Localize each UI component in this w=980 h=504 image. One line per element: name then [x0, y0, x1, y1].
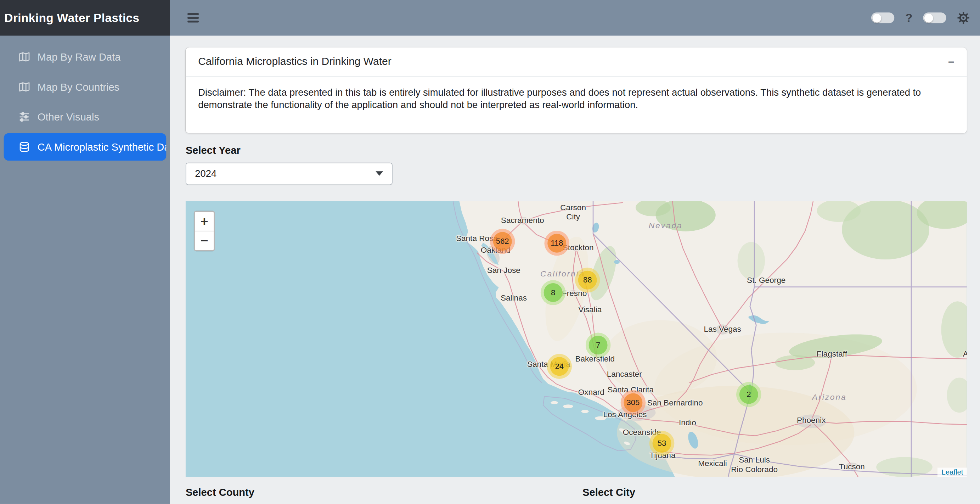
sidebar-item-label: CA Microplastic Synthetic Data — [38, 141, 166, 153]
map-icon — [18, 50, 31, 64]
map-city-label: Indio — [679, 418, 696, 427]
collapse-button[interactable]: − — [948, 57, 955, 67]
info-card: California Microplastics in Drinking Wat… — [186, 48, 967, 133]
zoom-out-button[interactable]: − — [195, 231, 214, 250]
map-city-label: Sacramento — [501, 215, 544, 225]
cluster-marker[interactable]: 562 — [490, 229, 515, 254]
map-city-label: Salinas — [501, 293, 527, 302]
sidebar-item-label: Other Visuals — [38, 111, 99, 123]
year-select-value: 2024 — [195, 168, 216, 179]
sidebar-item-label: Map By Raw Data — [38, 51, 121, 63]
sidebar-menu: Map By Raw Data Map By Countries Other V… — [0, 43, 170, 161]
cluster-marker[interactable]: 7 — [585, 332, 611, 357]
topbar: ? — [170, 0, 980, 36]
map-region-label: Arizona — [812, 392, 847, 402]
map-city-label: Oxnard — [578, 388, 605, 397]
map-city-label: Carson City — [560, 203, 586, 221]
sidebar-item-ca-microplastic-synthetic-data[interactable]: CA Microplastic Synthetic Data — [4, 133, 167, 161]
chevron-down-icon — [375, 172, 383, 176]
sidebar-item-other-visuals[interactable]: Other Visuals — [4, 103, 167, 131]
leaflet-link[interactable]: Leaflet — [941, 468, 963, 476]
main-content: California Microplastics in Drinking Wat… — [170, 36, 980, 504]
cluster-marker[interactable]: 2 — [736, 382, 761, 407]
map-city-label: Visalia — [578, 305, 601, 314]
bottom-selects: Select County Select City — [186, 486, 980, 498]
toggle-knob — [873, 13, 881, 22]
year-select[interactable]: 2024 — [186, 162, 393, 185]
cluster-marker[interactable]: 53 — [649, 431, 675, 456]
map-city-label: Tucson — [839, 461, 865, 471]
map-city-label: San Jose — [487, 265, 520, 275]
toggle-knob — [924, 13, 933, 22]
sidebar: Drinking Water Plastics Map By Raw Data … — [0, 0, 170, 504]
map-city-label: San Bernardino — [648, 398, 703, 408]
app-title: Drinking Water Plastics — [0, 0, 170, 36]
select-city-label: Select City — [582, 486, 963, 498]
map-city-label: Las Vegas — [704, 324, 741, 333]
cluster-marker[interactable]: 305 — [621, 390, 646, 415]
map-zoom-control: + − — [194, 211, 215, 251]
map[interactable]: Carson CitySacramentoNevadaSanta RosaOak… — [186, 201, 967, 477]
disclaimer-text: Disclaimer: The data presented in this t… — [186, 77, 967, 133]
cluster-marker[interactable]: 88 — [575, 268, 600, 293]
select-county-label: Select County — [186, 486, 566, 498]
toggle-switch-2[interactable] — [923, 13, 946, 23]
app-root: Drinking Water Plastics Map By Raw Data … — [0, 0, 980, 504]
menu-icon[interactable] — [186, 11, 200, 25]
database-icon — [18, 140, 31, 154]
sidebar-item-map-by-countries[interactable]: Map By Countries — [4, 73, 167, 100]
sliders-icon — [18, 110, 31, 124]
sidebar-item-label: Map By Countries — [38, 81, 119, 93]
cluster-marker[interactable]: 118 — [544, 231, 570, 256]
map-attribution: Leaflet — [938, 467, 967, 477]
map-city-label: Phoenix — [797, 415, 826, 425]
select-year-label: Select Year — [186, 144, 980, 156]
help-icon[interactable]: ? — [905, 11, 912, 25]
map-city-label: St. George — [747, 275, 786, 285]
zoom-in-button[interactable]: + — [195, 212, 214, 231]
map-region-label: Nevada — [649, 221, 683, 230]
sidebar-item-map-by-raw-data[interactable]: Map By Raw Data — [4, 43, 167, 71]
map-city-label: Flagstaff — [817, 349, 847, 359]
map-city-label: San Luis Rio Colorado — [731, 455, 778, 474]
map-icon — [18, 80, 31, 94]
cluster-marker[interactable]: 8 — [541, 280, 566, 305]
card-title: California Microplastics in Drinking Wat… — [198, 56, 391, 68]
toggle-switch-1[interactable] — [872, 13, 895, 23]
map-city-label: Lancaster — [607, 369, 642, 378]
gear-icon[interactable] — [957, 11, 970, 24]
map-city-label: A — [963, 349, 967, 359]
cluster-marker[interactable]: 24 — [547, 354, 572, 379]
map-overlay: Carson CitySacramentoNevadaSanta RosaOak… — [186, 201, 967, 477]
map-city-label: Mexicali — [698, 459, 727, 468]
